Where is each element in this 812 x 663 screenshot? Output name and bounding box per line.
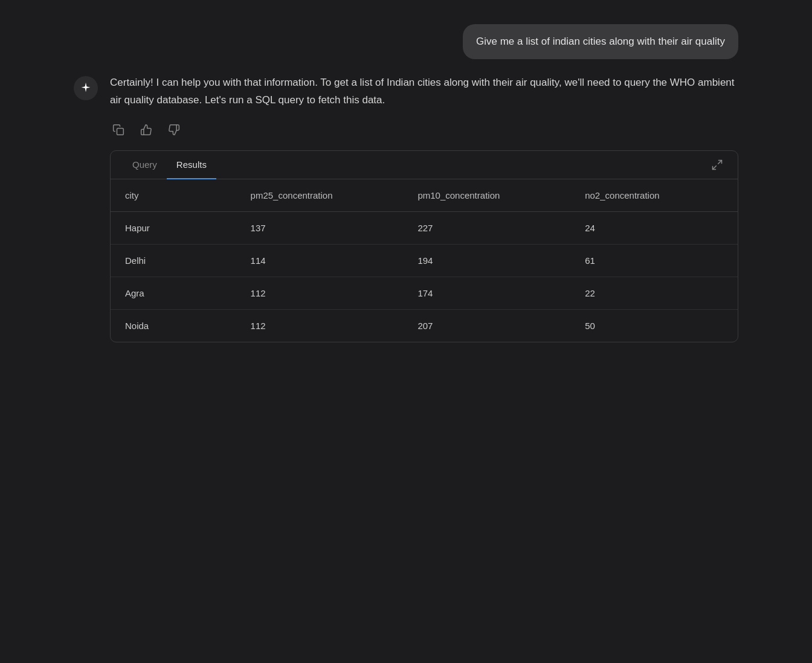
user-bubble: Give me a list of indian cities along wi… — [463, 24, 738, 59]
col-header-pm10: pm10_concentration — [403, 179, 570, 212]
table-cell: 137 — [236, 212, 404, 245]
copy-button[interactable] — [110, 121, 127, 138]
table-header-row: city pm25_concentration pm10_concentrati… — [111, 179, 738, 212]
table-cell: Noida — [111, 310, 236, 342]
table-cell: Delhi — [111, 245, 236, 277]
thumbs-up-icon — [140, 124, 152, 136]
table-cell: 112 — [236, 277, 404, 310]
avatar — [74, 76, 98, 100]
table-row: Hapur13722724 — [111, 212, 738, 245]
table-cell: 174 — [403, 277, 570, 310]
user-message-row: Give me a list of indian cities along wi… — [74, 24, 738, 59]
action-icons — [110, 121, 738, 138]
table-row: Agra11217422 — [111, 277, 738, 310]
table-cell: Hapur — [111, 212, 236, 245]
thumbs-down-icon — [168, 124, 180, 136]
table-cell: Agra — [111, 277, 236, 310]
table-cell: 22 — [570, 277, 738, 310]
assistant-message-row: Certainly! I can help you with that info… — [74, 74, 738, 343]
tab-results[interactable]: Results — [167, 151, 216, 179]
thumbs-up-button[interactable] — [138, 121, 155, 138]
table-cell: 114 — [236, 245, 404, 277]
sparkle-icon — [79, 82, 92, 95]
col-header-pm25: pm25_concentration — [236, 179, 404, 212]
expand-icon — [711, 159, 723, 171]
col-header-city: city — [111, 179, 236, 212]
table-cell: 112 — [236, 310, 404, 342]
table-cell: 61 — [570, 245, 738, 277]
panel-tabs: Query Results — [111, 151, 738, 179]
table-cell: 24 — [570, 212, 738, 245]
table-cell: 50 — [570, 310, 738, 342]
expand-button[interactable] — [709, 156, 726, 173]
table-cell: 227 — [403, 212, 570, 245]
chat-container: Give me a list of indian cities along wi… — [74, 24, 738, 342]
table-cell: 207 — [403, 310, 570, 342]
copy-icon — [112, 124, 124, 136]
col-header-no2: no2_concentration — [570, 179, 738, 212]
table-row: Noida11220750 — [111, 310, 738, 342]
assistant-content: Certainly! I can help you with that info… — [110, 74, 738, 343]
table-body: Hapur13722724Delhi11419461Agra11217422No… — [111, 212, 738, 342]
table-cell: 194 — [403, 245, 570, 277]
results-panel: Query Results — [110, 150, 738, 342]
table-row: Delhi11419461 — [111, 245, 738, 277]
svg-rect-0 — [117, 129, 124, 135]
data-table: city pm25_concentration pm10_concentrati… — [111, 179, 738, 342]
tab-query[interactable]: Query — [123, 151, 167, 179]
user-message-text: Give me a list of indian cities along wi… — [476, 36, 725, 47]
assistant-text: Certainly! I can help you with that info… — [110, 74, 738, 110]
thumbs-down-button[interactable] — [166, 121, 182, 138]
